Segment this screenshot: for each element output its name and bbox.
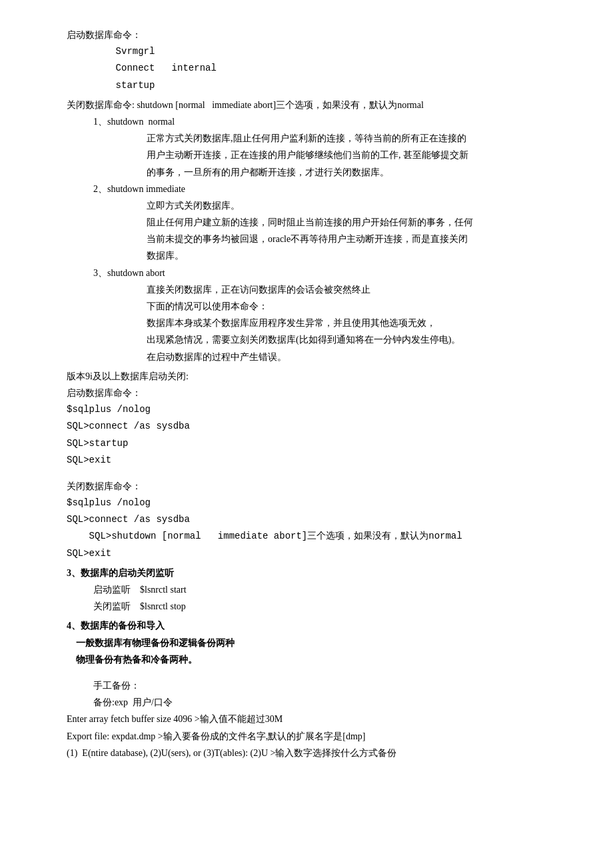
section4-title: 4、数据库的备份和导入 (67, 617, 560, 634)
sql-exit1: SQL>exit (67, 452, 560, 469)
shutdown-cmd-label: 关闭数据库命令: shutdown [normal immediate abor… (67, 97, 560, 113)
shutdown-3-sub3: 数据库本身或某个数据库应用程序发生异常，并且使用其他选项无效， (147, 315, 560, 331)
shutdown-abort-block: 3、shutdown abort 直接关闭数据库，正在访问数据库的会话会被突然终… (67, 265, 560, 365)
shutdown-3-sub2: 下面的情况可以使用本命令： (147, 298, 560, 315)
sqlplus-nolog2: $sqlplus /nolog (67, 495, 560, 511)
shutdown-9i-section: 关闭数据库命令： $sqlplus /nolog SQL>connect /as… (67, 478, 560, 562)
backup-section: 4、数据库的备份和导入 一般数据库有物理备份和逻辑备份两种 物理备份有热备和冷备… (67, 617, 560, 668)
sql-connect-sysdba1: SQL>connect /as sysdba (67, 418, 560, 435)
shutdown-3-sub4: 出现紧急情况，需要立刻关闭数据库(比如得到通知将在一分钟内发生停电)。 (147, 331, 560, 348)
startup-connect: Connect internal (67, 60, 560, 77)
shutdown-cmd-label2: 关闭数据库命令： (67, 478, 560, 495)
shutdown-3-desc: 直接关闭数据库，正在访问数据库的会话会被突然终止 下面的情况可以使用本命令： 数… (93, 281, 560, 365)
shutdown-1-desc: 正常方式关闭数据库,阻止任何用户监利新的连接，等待当前的所有正在连接的 用户主动… (93, 130, 560, 181)
shutdown-1-title: 1、shutdown normal (93, 113, 560, 130)
shutdown-1-desc1: 正常方式关闭数据库,阻止任何用户监利新的连接，等待当前的所有正在连接的 (147, 130, 560, 147)
page-content: 启动数据库命令： Svrmgrl Connect internal startu… (67, 27, 560, 761)
sql-exit2: SQL>exit (67, 545, 560, 562)
blank-space-2 (67, 671, 560, 677)
shutdown-1-desc3: 的事务，一旦所有的用户都断开连接，才进行关闭数据库。 (147, 164, 560, 181)
shutdown-2-sub3: 当前未提交的事务均被回退，oracle不再等待用户主动断开连接，而是直接关闭 (147, 231, 560, 247)
shutdown-2-sub4: 数据库。 (147, 247, 560, 264)
manual-backup-title: 手工备份： (67, 677, 560, 694)
shutdown-3-sub1: 直接关闭数据库，正在访问数据库的会话会被突然终止 (147, 281, 560, 298)
sql-shutdown: SQL>shutdown [normal immediate abort]三个选… (67, 528, 560, 545)
startup-section: 启动数据库命令： Svrmgrl Connect internal startu… (67, 27, 560, 94)
shutdown-immediate-block: 2、shutdown immediate 立即方式关闭数据库。 阻止任何用户建立… (67, 181, 560, 265)
manual-backup-section: 手工备份： 备份:exp 用户/口令 Enter array fetch buf… (67, 677, 560, 761)
sql-connect-sysdba2: SQL>connect /as sysdba (67, 511, 560, 528)
backup-exp-label: 备份:exp 用户/口令 (67, 694, 560, 711)
export-option: (1) E(ntire database), (2)U(sers), or (3… (67, 745, 560, 761)
section3-title: 3、数据库的启动关闭监听 (67, 565, 560, 581)
version-9i-label: 版本9i及以上数据库启动关闭: (67, 368, 560, 385)
shutdown-2-title: 2、shutdown immediate (93, 181, 560, 197)
listener-section: 3、数据库的启动关闭监听 启动监听 $lsnrctl start 关闭监听 $l… (67, 565, 560, 615)
startup-svrmgrl: Svrmgrl (67, 43, 560, 60)
sqlplus-nolog1: $sqlplus /nolog (67, 401, 560, 418)
shutdown-2-sub1: 立即方式关闭数据库。 (147, 197, 560, 214)
startup-cmd-label: 启动数据库命令： (67, 27, 560, 43)
startup-startup: startup (67, 77, 560, 94)
startup-cmd-label2: 启动数据库命令： (67, 385, 560, 401)
export-file: Export file: expdat.dmp >输入要备份成的文件名字,默认的… (67, 728, 560, 745)
blank-space-1 (67, 471, 560, 478)
shutdown-1-desc2: 用户主动断开连接，正在连接的用户能够继续他们当前的工作, 甚至能够提交新 (147, 147, 560, 163)
shutdown-section: 关闭数据库命令: shutdown [normal immediate abor… (67, 97, 560, 365)
backup-types: 一般数据库有物理备份和逻辑备份两种 (67, 635, 560, 651)
shutdown-3-sub5: 在启动数据库的过程中产生错误。 (147, 349, 560, 365)
shutdown-normal-block: 1、shutdown normal 正常方式关闭数据库,阻止任何用户监利新的连接… (67, 113, 560, 181)
listener-start: 启动监听 $lsnrctl start (67, 581, 560, 598)
version-9i-section: 版本9i及以上数据库启动关闭: 启动数据库命令： $sqlplus /nolog… (67, 368, 560, 469)
listener-stop: 关闭监听 $lsnrctl stop (67, 598, 560, 615)
physical-backup: 物理备份有热备和冷备两种。 (67, 651, 560, 668)
shutdown-2-desc: 立即方式关闭数据库。 阻止任何用户建立新的连接，同时阻止当前连接的用户开始任何新… (93, 197, 560, 265)
sql-startup: SQL>startup (67, 435, 560, 452)
enter-array: Enter array fetch buffer size 4096 >输入值不… (67, 711, 560, 727)
shutdown-2-sub2: 阻止任何用户建立新的连接，同时阻止当前连接的用户开始任何新的事务，任何 (147, 214, 560, 231)
shutdown-3-title: 3、shutdown abort (93, 265, 560, 281)
